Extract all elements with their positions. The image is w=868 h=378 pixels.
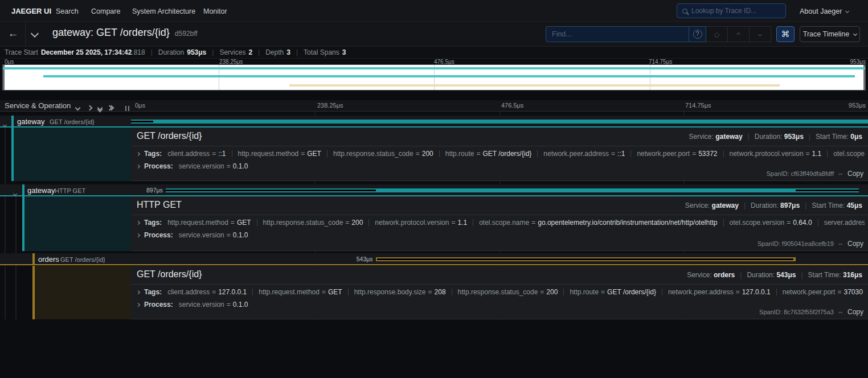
span-bar[interactable]: 897μs [131, 184, 868, 196]
trace-title-text: gateway: GET /orders/{id} [52, 27, 170, 38]
tag-item: service.version=0.1.0 [179, 161, 248, 171]
tag-item: http.request.method=GET [259, 287, 342, 297]
critical-path-segment [796, 190, 859, 191]
tag-separator [369, 219, 369, 226]
link-icon[interactable]: ⇔ [837, 170, 844, 178]
span-row-orders[interactable]: orders GET /orders/{id} 543μs [0, 253, 868, 265]
nav-system-architecture[interactable]: System Architecture [132, 7, 195, 15]
focus-matches-button[interactable]: ◇ [706, 26, 728, 42]
process-row[interactable]: Process: service.version=0.1.0 [137, 299, 865, 310]
critical-path-segment [377, 258, 793, 260]
find-input[interactable]: Find... [546, 26, 689, 42]
expand-all-icon[interactable] [110, 103, 113, 112]
span-service: gateway [27, 186, 55, 195]
meta-start-time: 316μs [843, 271, 862, 279]
tag-separator [827, 150, 828, 157]
link-icon[interactable]: ⇔ [837, 240, 844, 248]
tag-item: network.protocol.version=1.1 [730, 149, 822, 159]
detail-operation-title: HTTP GET [137, 200, 182, 210]
span-row-gateway-root[interactable]: gateway GET /orders/{id} [0, 116, 868, 128]
prev-match-button[interactable] [728, 26, 750, 42]
tags-row[interactable]: Tags: http.request.method=GEThttp.respon… [137, 217, 865, 228]
find-toolbar: Find... ? ◇ [546, 26, 771, 42]
services-value: 2 [248, 48, 252, 56]
duration-value: 953μs [187, 48, 206, 56]
collapse-one-icon[interactable] [76, 103, 80, 112]
timeline-minimap[interactable] [2, 64, 866, 91]
tag-separator [439, 150, 440, 157]
separator: | [151, 48, 153, 56]
minimap-span-bar [289, 84, 780, 87]
tags-row[interactable]: Tags: client.address=127.0.0.1http.reque… [137, 287, 865, 297]
meta-service: gateway [712, 202, 739, 209]
detail-meta: Service: gateway|Duration: 953μs|Start T… [689, 133, 862, 141]
keyboard-shortcuts-button[interactable]: ⌘ [776, 26, 795, 42]
detail-operation-title: GET /orders/{id} [137, 131, 202, 141]
expand-one-icon[interactable] [88, 103, 92, 112]
meta-service: orders [714, 271, 735, 279]
span-bar-rect[interactable] [131, 120, 868, 124]
meta-service: gateway [715, 133, 742, 141]
axis-tick: 714.75μs [685, 102, 711, 109]
span-id-row: SpanID: f905041ea8cefb19 ⇔ Copy [758, 240, 863, 248]
depth-value: 3 [286, 48, 290, 56]
search-icon [682, 9, 687, 14]
column-resizer-handle[interactable] [125, 106, 129, 111]
trace-view-selector[interactable]: Trace Timeline [800, 26, 860, 42]
span-id-row: SpanID: cf63ff49dfa8fdff ⇔ Copy [767, 170, 863, 178]
header-divider [25, 22, 26, 47]
trace-id-lookup-input[interactable]: Lookup by Trace ID... [677, 3, 786, 18]
axis-tick: 238.25μs [317, 102, 343, 109]
back-button[interactable]: ← [6, 27, 21, 41]
span-accent [32, 253, 35, 265]
nav-compare[interactable]: Compare [91, 7, 120, 15]
detail-meta: Service: gateway|Duration: 897μs|Start T… [685, 202, 862, 209]
tag-separator [348, 289, 349, 295]
tag-separator [662, 289, 662, 295]
meta-start-time: 45μs [847, 202, 862, 209]
chevron-down-icon [758, 32, 762, 36]
trace-id: d592bff [175, 30, 198, 38]
tags-row[interactable]: Tags: client.address=::1http.request.met… [137, 149, 865, 159]
chevron-down-icon [853, 31, 857, 35]
find-placeholder: Find... [552, 30, 572, 38]
copy-button[interactable]: Copy [847, 240, 863, 248]
copy-button[interactable]: Copy [847, 308, 863, 316]
span-service: orders [38, 255, 59, 264]
tag-item: server.address=localhost [824, 217, 865, 228]
trace-collapse-toggle[interactable] [32, 30, 38, 38]
about-jaeger-menu[interactable]: About Jaeger [800, 7, 849, 15]
span-row-gateway-httpget[interactable]: gateway HTTP GET 897μs [0, 184, 868, 196]
span-operation: GET /orders/{id} [60, 256, 105, 263]
span-bar[interactable]: 543μs [131, 253, 868, 265]
about-jaeger-label: About Jaeger [800, 7, 842, 15]
tag-separator [327, 150, 327, 157]
process-row[interactable]: Process: service.version=0.1.0 [137, 161, 865, 171]
tag-item: otel.scope.version=0.64.0 [730, 217, 812, 228]
tag-separator [818, 219, 818, 226]
nav-monitor[interactable]: Monitor [203, 7, 227, 15]
axis-tick: 953μs [849, 102, 866, 109]
diamond-icon: ◇ [714, 30, 720, 39]
process-row[interactable]: Process: service.version=0.1.0 [137, 230, 865, 240]
tag-separator [776, 289, 777, 295]
tag-item: network.peer.port=37030 [783, 287, 863, 297]
meta-duration: 897μs [780, 202, 800, 209]
tag-separator [537, 150, 538, 157]
chevron-down-icon [845, 9, 849, 13]
collapse-all-icon[interactable] [98, 103, 102, 112]
next-match-button[interactable] [750, 26, 771, 42]
detail-accent-column [22, 196, 131, 251]
view-selector-label: Trace Timeline [803, 30, 850, 38]
span-bar[interactable] [131, 116, 868, 128]
span-id-label: SpanID: f905041ea8cefb19 [758, 240, 834, 247]
copy-button[interactable]: Copy [847, 170, 863, 178]
tag-item: network.peer.address=127.0.0.1 [668, 287, 771, 297]
span-detail-panel: GET /orders/{id} Service: gateway|Durati… [131, 128, 868, 181]
tag-separator [452, 289, 452, 295]
link-icon[interactable]: ⇔ [837, 308, 844, 316]
jaeger-logo[interactable]: JAEGER UI [11, 7, 51, 15]
tag-item: http.response.status_code=200 [333, 149, 433, 159]
nav-search[interactable]: Search [56, 7, 79, 15]
find-help-button[interactable]: ? [689, 26, 706, 42]
